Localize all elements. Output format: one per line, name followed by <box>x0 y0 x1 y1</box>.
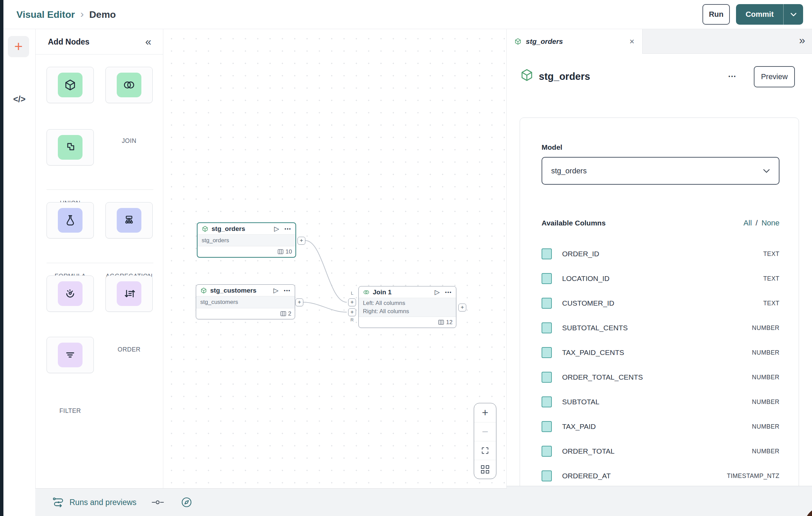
palette-item-order[interactable] <box>105 275 153 312</box>
port-join-right-input[interactable]: + <box>348 308 356 316</box>
column-checkbox[interactable] <box>542 347 552 358</box>
column-checkbox[interactable] <box>542 396 552 407</box>
fit-view-button[interactable] <box>474 441 496 460</box>
columns-count-icon <box>280 311 286 316</box>
run-button[interactable]: Run <box>702 4 730 25</box>
join-circles-icon <box>117 73 141 97</box>
column-name: ORDER_ID <box>562 250 599 258</box>
join-right-port-label: R <box>348 317 356 322</box>
inspector-menu-icon[interactable]: ••• <box>728 74 737 79</box>
model-cube-icon <box>520 68 534 82</box>
palette-item-union[interactable] <box>47 129 94 165</box>
column-name: TAX_PAID <box>562 422 596 431</box>
node-footer: 12 <box>359 317 456 328</box>
column-type: NUMBER <box>752 349 779 356</box>
node-stg-customers[interactable]: stg_customers ▷ ••• stg_customers 2 <box>196 284 295 319</box>
column-type: NUMBER <box>752 324 779 332</box>
column-row: ORDER_ID TEXT <box>542 242 779 266</box>
model-field-label: Model <box>542 143 562 151</box>
node-title: stg_customers <box>210 287 256 294</box>
port-join-output[interactable]: + <box>458 304 466 311</box>
auto-layout-button[interactable] <box>474 460 496 479</box>
tab-stg-orders[interactable]: stg_orders ✕ <box>507 29 643 54</box>
palette-item-model[interactable] <box>47 67 94 103</box>
column-checkbox[interactable] <box>542 298 552 309</box>
palette-item-limit[interactable] <box>47 275 94 312</box>
grid-icon <box>481 465 489 474</box>
play-icon[interactable]: ▷ <box>435 289 440 295</box>
column-name: ORDERED_AT <box>562 472 611 480</box>
column-checkbox[interactable] <box>542 322 552 333</box>
node-title: stg_orders <box>212 225 245 233</box>
join-left-summary: Left: All columns <box>363 299 452 307</box>
node-menu-icon[interactable]: ••• <box>284 226 291 231</box>
palette-item-formula[interactable] <box>47 202 94 238</box>
node-subtitle: stg_customers <box>200 298 291 306</box>
model-cube-icon <box>200 287 207 294</box>
palette-item-filter[interactable] <box>47 337 94 373</box>
column-checkbox[interactable] <box>542 446 552 457</box>
column-name: TAX_PAID_CENTS <box>562 348 624 357</box>
join-circles-icon <box>363 289 370 296</box>
model-cube-icon <box>58 73 83 97</box>
node-footer: 2 <box>196 308 295 319</box>
palette-label-join: JOIN <box>100 137 158 145</box>
preview-button[interactable]: Preview <box>754 66 795 87</box>
column-name: SUBTOTAL_CENTS <box>562 324 628 332</box>
zoom-in-button[interactable]: + <box>474 403 496 422</box>
plus-icon: + <box>482 406 489 419</box>
select-all-link[interactable]: All <box>744 219 752 228</box>
node-menu-icon[interactable]: ••• <box>445 290 452 295</box>
filter-lines-icon <box>58 343 83 367</box>
join-left-port-label: L <box>348 291 356 296</box>
columns-count-icon <box>278 249 283 254</box>
runs-footer: Runs and previews <box>35 488 507 516</box>
play-icon[interactable]: ▷ <box>274 287 279 294</box>
collapse-inspector-icon[interactable]: » <box>799 34 805 47</box>
runs-and-previews-toggle[interactable]: Runs and previews <box>52 496 137 508</box>
node-stg-orders[interactable]: stg_orders ▷ ••• stg_orders 10 <box>197 222 296 258</box>
palette-item-aggregation[interactable] <box>105 202 153 238</box>
zoom-out-button[interactable]: − <box>474 422 496 441</box>
column-checkbox[interactable] <box>542 470 552 481</box>
model-select[interactable]: stg_orders <box>542 157 779 185</box>
app-edge-rail <box>0 0 3 516</box>
column-row: CUSTOMER_ID TEXT <box>542 291 779 316</box>
flow-canvas[interactable]: stg_orders ▷ ••• stg_orders 10 stg_custo… <box>163 29 507 488</box>
column-checkbox[interactable] <box>542 372 552 383</box>
commit-button[interactable]: Commit <box>736 4 783 25</box>
pin-panel-icon[interactable] <box>152 500 164 505</box>
breadcrumb-visual-editor-link[interactable]: Visual Editor <box>16 9 75 20</box>
port-join-left-input[interactable]: + <box>348 298 356 306</box>
column-name: CUSTOMER_ID <box>562 299 614 307</box>
column-name: LOCATION_ID <box>562 274 609 283</box>
close-icon[interactable]: ✕ <box>629 38 635 46</box>
column-count: 10 <box>286 248 292 255</box>
code-view-button[interactable]: </> <box>3 94 35 104</box>
commit-dropdown-button[interactable] <box>783 4 803 25</box>
column-checkbox[interactable] <box>542 273 552 284</box>
palette-item-join[interactable] <box>105 67 153 103</box>
breadcrumb-current-page: Demo <box>89 9 116 20</box>
column-type: NUMBER <box>752 398 779 406</box>
port-stg-orders-output[interactable]: + <box>297 237 305 245</box>
column-name: SUBTOTAL <box>562 398 599 406</box>
add-nodes-title: Add Nodes <box>48 37 89 47</box>
port-stg-customers-output[interactable]: + <box>295 298 303 306</box>
collapse-panel-icon[interactable]: « <box>145 35 151 48</box>
union-squares-icon <box>58 135 83 160</box>
node-settings-card: Model stg_orders Available Columns All /… <box>520 118 799 486</box>
add-button[interactable]: + <box>8 36 29 57</box>
play-icon[interactable]: ▷ <box>274 225 279 232</box>
node-header: Join 1 ▷ ••• <box>359 286 456 298</box>
runs-and-previews-label: Runs and previews <box>69 498 137 507</box>
select-none-link[interactable]: None <box>761 219 779 228</box>
node-body: stg_orders <box>198 234 295 246</box>
compass-icon[interactable] <box>180 496 193 508</box>
column-type: NUMBER <box>752 423 779 430</box>
node-menu-icon[interactable]: ••• <box>284 288 291 293</box>
column-checkbox[interactable] <box>542 421 552 432</box>
column-checkbox[interactable] <box>542 248 552 259</box>
node-join-1[interactable]: Join 1 ▷ ••• Left: All columns Right: Al… <box>358 286 456 328</box>
column-type: TIMESTAMP_NTZ <box>727 472 779 480</box>
